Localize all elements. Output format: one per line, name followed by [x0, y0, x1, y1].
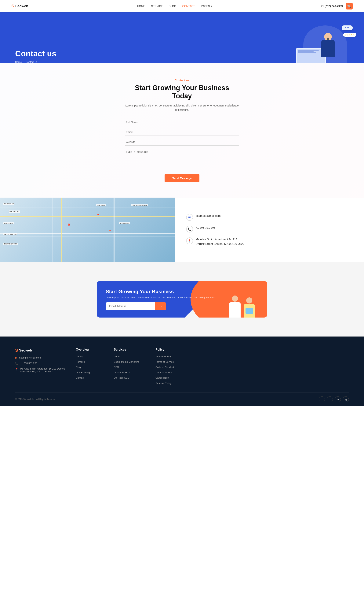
breadcrumb-home[interactable]: Home	[15, 61, 22, 63]
search-button[interactable]: 🔍	[346, 3, 353, 9]
hero-section: Contact us Home → Contact us	[0, 12, 364, 63]
nav-blog[interactable]: BLOG	[169, 5, 176, 8]
map-label-sector8: SECTOR 8	[96, 204, 106, 206]
logo-text: Seoweb	[15, 4, 28, 8]
nav-pages[interactable]: PAGES ▾	[201, 5, 212, 8]
nav-contact[interactable]: CONTACT	[182, 5, 195, 8]
footer-location-icon: 📍	[15, 368, 18, 370]
location-icon: 📍	[186, 238, 193, 244]
map-label-priyanka: PRIYANKA CITY	[3, 243, 18, 245]
cta-section: Start Growing Your Business Lorem ipsum …	[0, 262, 364, 336]
footer-logo-s: S	[15, 348, 18, 353]
map-pin-3: 📍	[108, 230, 111, 233]
section-tag: Contact us	[125, 79, 239, 82]
message-textarea[interactable]	[125, 149, 239, 167]
contact-address-item: 📍 Ms Alice Smith Apartment 1c 213 Derric…	[186, 237, 353, 246]
footer-brand: S Seoweb ✉ example@mail.com 📞 +1 658 361…	[15, 348, 68, 385]
footer-link-onpage[interactable]: On-Page SEO	[114, 371, 129, 374]
breadcrumb-current: Contact us	[25, 61, 37, 63]
footer-policy-links: Privacy Policy Terms of Service Code of …	[155, 355, 190, 385]
fullname-input[interactable]	[125, 119, 239, 126]
navbar-right: +1 (212) 243-7969 🔍	[321, 3, 353, 9]
footer-email-icon: ✉	[15, 357, 17, 360]
footer-bottom: © 2023 Seoweb Inc. All Rights Reserved. …	[15, 392, 349, 406]
star-rating: ★★★★☆	[345, 34, 355, 36]
cta-email-input[interactable]	[106, 302, 155, 310]
footer-address-item: 📍 Ms Alice Smith Apartment 1c 213 Derric…	[15, 367, 68, 373]
footer-link-pricing[interactable]: Pricing	[76, 355, 84, 358]
footer: S Seoweb ✉ example@mail.com 📞 +1 658 361…	[0, 336, 364, 406]
footer-services-links: About Social Media Marketing SEO On-Page…	[114, 355, 148, 379]
contact-phone-item: 📞 +1 658 361 253	[186, 225, 353, 232]
contact-form: Send Message	[125, 119, 239, 182]
map-label-sector13: SECTOR 13	[119, 222, 130, 224]
footer-link-blog[interactable]: Blog	[76, 366, 81, 369]
search-icon: 🔍	[347, 4, 351, 8]
footer-policy-title: Policy	[155, 348, 190, 351]
hero-title: Contact us	[15, 49, 56, 58]
contact-phone: +1 658 361 253	[196, 225, 216, 230]
footer-link-medical[interactable]: Medical Advice	[155, 371, 172, 374]
footer-services-title: Services	[114, 348, 148, 351]
contact-info-box: ✉ example@mail.com 📞 +1 658 361 253 📍 Ms…	[175, 198, 364, 262]
nav-home[interactable]: HOME	[137, 5, 145, 8]
footer-grid: S Seoweb ✉ example@mail.com 📞 +1 658 361…	[15, 348, 349, 392]
map-pin-2: 📍	[96, 214, 100, 217]
nav-links: HOME SERVICE BLOG CONTACT PAGES ▾	[137, 4, 212, 8]
phone-icon: 📞	[186, 226, 193, 232]
breadcrumb-sep: →	[22, 61, 25, 63]
footer-phone-item: 📞 +1 658 361 253	[15, 362, 68, 365]
footer-overview: Overview Pricing Portfolio Blog Link Bui…	[76, 348, 106, 385]
footer-link-seo[interactable]: SEO	[114, 366, 119, 369]
chat-bubble-1	[342, 26, 353, 30]
email-icon: ✉	[186, 214, 193, 221]
footer-overview-links: Pricing Portfolio Blog Link Building Con…	[76, 355, 106, 379]
footer-copyright: © 2023 Seoweb Inc. All Rights Reserved.	[15, 398, 57, 401]
nav-service[interactable]: SERVICE	[151, 5, 163, 8]
contact-form-section: Contact us Start Growing Your BusinessTo…	[0, 63, 364, 198]
send-message-button[interactable]: Send Message	[165, 174, 199, 182]
map-info-section: SECTOR 10 PHULBARIA NALBHOG WEST UTTARA …	[0, 198, 364, 262]
social-linkedin[interactable]: in	[335, 396, 341, 402]
footer-link-referral[interactable]: Referral Policy	[155, 382, 172, 385]
logo-s-icon: S	[11, 4, 14, 9]
chat-bubble-2: ★★★★☆	[343, 33, 356, 37]
footer-link-about[interactable]: About	[114, 355, 120, 358]
footer-email-item: ✉ example@mail.com	[15, 356, 68, 360]
social-icons: f t in ig	[319, 396, 349, 402]
site-logo[interactable]: S Seoweb	[11, 4, 28, 9]
footer-phone-icon: 📞	[15, 362, 18, 365]
social-twitter[interactable]: t	[327, 396, 333, 402]
footer-link-cancellation[interactable]: Cancellation	[155, 376, 169, 379]
footer-link-privacy[interactable]: Privacy Policy	[155, 355, 171, 358]
footer-link-social[interactable]: Social Media Marketing	[114, 361, 139, 363]
section-title: Start Growing Your BusinessToday	[125, 84, 239, 100]
social-facebook[interactable]: f	[319, 396, 325, 402]
footer-link-portfolio[interactable]: Portfolio	[76, 361, 85, 363]
section-description: Lorem ipsum dolor sit amet, consectetur …	[125, 104, 239, 112]
hero-person-figure	[319, 33, 338, 63]
social-instagram[interactable]: ig	[343, 396, 349, 402]
hero-illustration: ★★★★☆	[292, 24, 349, 63]
hero-text: Contact us Home → Contact us	[15, 49, 56, 63]
cta-illustration	[228, 291, 256, 317]
footer-overview-title: Overview	[76, 348, 106, 351]
contact-address: Ms Alice Smith Apartment 1c 213 Derrick …	[196, 237, 244, 246]
email-input[interactable]	[125, 129, 239, 136]
footer-policy: Policy Privacy Policy Terms of Service C…	[155, 348, 190, 385]
figure-body	[321, 40, 335, 57]
footer-logo: S Seoweb	[15, 348, 68, 353]
footer-link-contact[interactable]: Contact	[76, 376, 84, 379]
footer-link-linkbuilding[interactable]: Link Building	[76, 371, 90, 374]
breadcrumb: Home → Contact us	[15, 61, 56, 63]
contact-email: example@mail.com	[196, 213, 221, 218]
cta-submit-button[interactable]: →	[155, 302, 166, 310]
footer-link-offpage[interactable]: Off-Page SEO	[114, 376, 129, 379]
map-label-sector10: SECTOR 10	[3, 203, 14, 205]
footer-link-terms[interactable]: Terms of Service	[155, 361, 174, 363]
footer-services: Services About Social Media Marketing SE…	[114, 348, 148, 385]
footer-link-conduct[interactable]: Code of Conduct	[155, 366, 174, 369]
map-container: SECTOR 10 PHULBARIA NALBHOG WEST UTTARA …	[0, 198, 175, 262]
map-label-nalbhog: NALBHOG	[3, 222, 14, 224]
website-input[interactable]	[125, 139, 239, 146]
